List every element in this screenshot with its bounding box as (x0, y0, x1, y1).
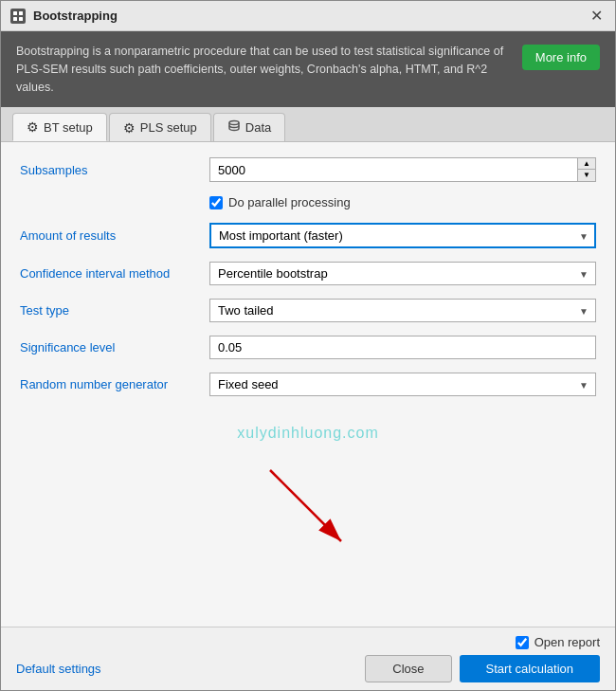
test-type-select[interactable]: Two tailed One tailed (209, 299, 596, 322)
subsamples-spinbox: ▲ ▼ (209, 157, 596, 182)
test-type-label-wrapper: Test type (20, 303, 209, 318)
svg-rect-3 (19, 17, 23, 21)
watermark: xulydinhluong.com (20, 425, 596, 442)
tab-data-label: Data (245, 120, 271, 135)
parallel-processing-label: Do parallel processing (228, 195, 351, 209)
subsamples-input[interactable] (210, 158, 577, 181)
significance-level-input[interactable] (209, 336, 596, 359)
title-bar: Bootstrapping ✕ (1, 1, 615, 31)
header-description: Bootstrapping is a nonparametric procedu… (16, 43, 511, 96)
subsamples-link[interactable]: Subsamples (20, 163, 88, 177)
bt-setup-icon: ⚙ (27, 119, 39, 135)
more-info-button[interactable]: More info (522, 45, 600, 70)
bottom-bar: Open report Default settings Close Start… (1, 627, 615, 690)
significance-level-row: Significance level (20, 336, 596, 359)
svg-line-6 (270, 470, 341, 541)
start-calculation-button[interactable]: Start calculation (460, 655, 601, 682)
confidence-interval-link[interactable]: Confidence interval method (20, 266, 170, 281)
tabs-bar: ⚙ BT setup ⚙ PLS setup Data (1, 107, 615, 142)
open-report-checkbox[interactable] (516, 636, 529, 649)
svg-rect-0 (13, 11, 17, 15)
start-arrow-icon (251, 461, 365, 555)
tab-bt-setup-label: BT setup (44, 120, 93, 135)
window-title: Bootstrapping (33, 9, 118, 23)
svg-rect-1 (19, 11, 23, 15)
bootstrapping-window: Bootstrapping ✕ Bootstrapping is a nonpa… (0, 0, 616, 691)
amount-of-results-row: Amount of results Most important (faster… (20, 223, 596, 248)
close-button[interactable]: Close (365, 655, 451, 682)
test-type-row: Test type Two tailed One tailed ▼ (20, 299, 596, 322)
header-section: Bootstrapping is a nonparametric procedu… (1, 31, 615, 107)
confidence-interval-row: Confidence interval method Percentile bo… (20, 262, 596, 285)
significance-level-label-wrapper: Significance level (20, 340, 209, 355)
significance-level-link[interactable]: Significance level (20, 340, 115, 355)
arrow-area (20, 442, 596, 565)
content-area: Subsamples ▲ ▼ Do parallel processing Am… (1, 142, 615, 627)
close-window-button[interactable]: ✕ (587, 7, 606, 26)
amount-of-results-link[interactable]: Amount of results (20, 228, 116, 243)
default-settings-link[interactable]: Default settings (16, 662, 101, 676)
parallel-processing-row: Do parallel processing (209, 195, 596, 209)
tab-bt-setup[interactable]: ⚙ BT setup (12, 113, 107, 141)
confidence-interval-label-wrapper: Confidence interval method (20, 266, 209, 281)
subsamples-spin-up[interactable]: ▲ (578, 158, 595, 170)
window-icon (10, 9, 26, 24)
test-type-link[interactable]: Test type (20, 303, 69, 318)
subsamples-row: Subsamples ▲ ▼ (20, 157, 596, 182)
svg-rect-2 (13, 17, 17, 21)
open-report-label: Open report (534, 635, 600, 649)
pls-setup-icon: ⚙ (123, 120, 136, 136)
confidence-interval-select[interactable]: Percentile bootstrap BCa bootstrap Stude… (209, 262, 596, 285)
data-icon (227, 119, 241, 136)
tab-pls-setup[interactable]: ⚙ PLS setup (109, 113, 211, 141)
tab-data[interactable]: Data (213, 113, 285, 141)
tab-pls-setup-label: PLS setup (140, 120, 197, 135)
amount-of-results-select[interactable]: Most important (faster) All (209, 223, 596, 248)
subsamples-label-wrapper: Subsamples (20, 163, 209, 177)
random-number-link[interactable]: Random number generator (20, 377, 168, 391)
amount-of-results-label-wrapper: Amount of results (20, 228, 209, 243)
parallel-processing-checkbox[interactable] (209, 196, 223, 209)
random-number-label-wrapper: Random number generator (20, 377, 209, 391)
random-number-row: Random number generator Fixed seed Rando… (20, 373, 596, 396)
subsamples-spin-down[interactable]: ▼ (578, 170, 595, 181)
random-number-select[interactable]: Fixed seed Random seed (209, 373, 596, 396)
svg-point-4 (229, 121, 239, 125)
